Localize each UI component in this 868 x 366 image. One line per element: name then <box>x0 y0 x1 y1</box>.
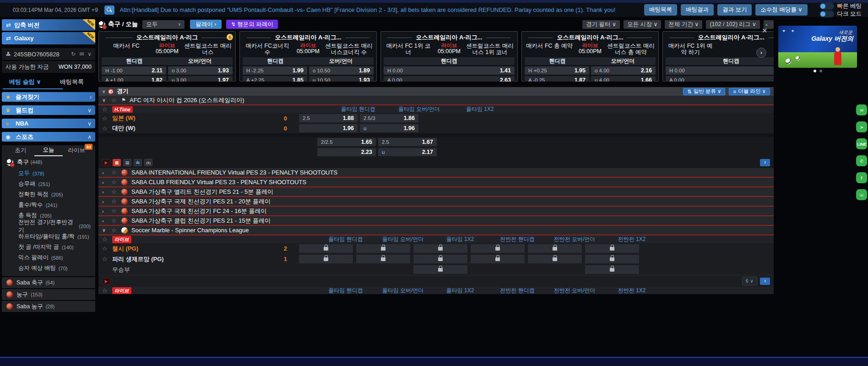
odds-cell[interactable]: o 10.501.89 <box>309 66 374 75</box>
sidebar-menu-item[interactable]: NBA ∨ <box>2 119 95 128</box>
page-count-select[interactable]: 6 ∨ <box>742 277 757 285</box>
odds-cell[interactable]: u 3.001.97 <box>168 76 233 82</box>
odds-cell[interactable]: A +1.001.82 <box>102 76 166 82</box>
league-row[interactable]: › ☆ SABA 가상축구 엘리트 친선경기 PES 21 - 5분 플레이 <box>98 187 774 197</box>
sidebar-menu-item[interactable]: 월드컵 ∨ <box>2 105 95 115</box>
chevron-down-icon[interactable]: ∨ <box>87 51 92 57</box>
league-row[interactable]: › ☆ SABA CLUB FRIENDLY Virtual PES 23 - … <box>98 178 774 187</box>
carousel-dot[interactable] <box>819 70 822 72</box>
filter-select[interactable]: 모든 시장 ∨ <box>624 20 661 29</box>
carousel-dot[interactable] <box>814 70 816 72</box>
league-row[interactable]: › ☆ SABA 가상축구 국제 친선경기 PES 21 - 20분 플레이 <box>98 197 774 207</box>
locked-odds-cell[interactable] <box>299 255 353 263</box>
topbar-button[interactable]: 결과 보기 <box>717 4 752 16</box>
odds-cell[interactable]: H 0.001.41 <box>384 66 515 75</box>
favorite-star-icon[interactable]: ☆ <box>111 97 121 104</box>
filter-select[interactable]: (102 / 102) 리그 ∨ <box>706 20 760 29</box>
search-icon[interactable] <box>104 5 114 15</box>
promo-banner[interactable]: ✦ ✦ 새로운 Galaxy 버전의 <box>778 26 857 68</box>
odds-cell[interactable]: H 0.00 <box>666 66 774 75</box>
locked-odds-cell[interactable] <box>528 244 582 253</box>
favorite-star-icon[interactable]: ☆ <box>111 179 121 186</box>
chevron-right-icon[interactable]: › <box>102 218 111 224</box>
odds-cell[interactable]: A 0.002.63 <box>384 76 515 82</box>
odds-cell[interactable]: u 10.501.93 <box>309 76 374 82</box>
odds-cell[interactable]: A -0.251.87 <box>525 76 589 82</box>
favorite-star-icon[interactable]: ☆ <box>111 227 121 234</box>
odds-cell[interactable]: u1.96 <box>360 124 418 132</box>
chevron-right-icon[interactable]: › <box>102 189 111 195</box>
social-icon[interactable]: ☏ <box>856 189 867 200</box>
favorite-star-icon[interactable]: ☆ <box>111 198 121 205</box>
play-icon[interactable]: ▶ <box>102 278 110 285</box>
market-item[interactable]: 승자 예상 배팅 (70) <box>2 263 95 273</box>
favorite-star-icon[interactable]: ☆ <box>111 217 121 224</box>
favorite-star-icon[interactable]: ☆ <box>102 106 112 113</box>
locked-odds-cell[interactable] <box>356 255 410 263</box>
market-item[interactable]: 승무패 (251) <box>2 179 95 189</box>
favorite-star-icon[interactable]: ☆ <box>111 169 121 176</box>
chevron-right-icon[interactable]: › <box>102 170 111 175</box>
tab-bet-list[interactable]: 배팅목록 <box>49 78 95 86</box>
filter-select[interactable]: 경기 필터 ∨ <box>582 20 620 29</box>
odds-cell[interactable]: 2.23 <box>317 148 376 156</box>
next-page-icon[interactable]: › <box>760 159 770 166</box>
banner-galaxy[interactable]: ⇄ Galaxy NEW <box>2 32 95 44</box>
topbar-button[interactable]: 소수점 배당률 ∨ <box>755 4 807 16</box>
locked-odds-cell[interactable] <box>471 255 525 263</box>
social-icon[interactable]: LINE <box>856 138 867 149</box>
chevron-right-icon[interactable]: › <box>102 199 111 204</box>
odds-cell[interactable]: H +0.251.95 <box>525 66 589 75</box>
odds-cell[interactable]: 2.51.88 <box>299 114 358 122</box>
league-row[interactable]: › ☆ SABA 가상축구 국제 친선경기 FC 24 - 16분 플레이 <box>98 207 774 216</box>
tab-bet-slip[interactable]: 베팅 슬립 ∨ <box>2 78 49 86</box>
lucky-parlay-button[interactable]: ↯ 행운의 파레이 <box>226 20 277 29</box>
sidebar-sport-item[interactable]: Saba 축구 (54) <box>2 277 95 288</box>
locked-odds-cell[interactable] <box>413 265 467 274</box>
odds-cell[interactable]: H -1.002.11 <box>102 66 166 75</box>
toggle-knob-icon[interactable] <box>819 3 834 10</box>
favorite-star-icon[interactable]: ☆ <box>111 208 121 214</box>
locked-odds-cell[interactable] <box>413 255 467 263</box>
topbar-button[interactable]: 배팅결과 <box>681 4 714 16</box>
toggle-knob-icon[interactable] <box>819 11 834 17</box>
topbar-button[interactable]: 배팅목록 <box>644 4 677 16</box>
chevron-down-icon[interactable]: ∨ <box>102 227 111 233</box>
social-icon[interactable]: ➤ <box>856 121 867 132</box>
chevron-down-icon[interactable]: ∨ <box>102 97 111 103</box>
market-item[interactable]: 정확한 득점 (205) <box>2 189 95 200</box>
sidebar-sport-item[interactable]: 농구 (153) <box>2 289 95 300</box>
carousel-next-icon[interactable]: › <box>756 48 766 58</box>
odds-cell[interactable]: H -2.251.99 <box>243 66 307 75</box>
list-view-icon[interactable]: ▤ <box>123 159 131 166</box>
social-icon[interactable]: ✆ <box>856 155 867 166</box>
sidebar-menu-item[interactable]: 스포츠 ∧ <box>2 132 95 142</box>
odds-cell[interactable]: 2/2.51.65 <box>317 138 376 146</box>
sports-tab[interactable]: 초기 <box>6 147 34 156</box>
social-icon[interactable]: f <box>856 172 867 183</box>
market-item[interactable]: 홀수/짝수 (241) <box>2 200 95 210</box>
sidebar-item-soccer[interactable]: 축구 (448) <box>2 156 95 168</box>
odds-cell[interactable]: o 4.002.16 <box>591 66 656 75</box>
favorite-star-icon[interactable]: ☆ <box>111 188 121 195</box>
chevron-right-icon[interactable]: › <box>102 180 111 185</box>
odds-cell[interactable]: u2.17 <box>378 148 437 156</box>
close-icon[interactable]: ✕ <box>762 27 768 35</box>
league-filter-select[interactable]: 모두 ∨ <box>142 20 184 29</box>
grid-view-icon[interactable]: ▦ <box>113 159 121 166</box>
mail-icon[interactable]: ✉ <box>79 51 84 57</box>
market-item[interactable]: 모두 (378) <box>2 168 95 179</box>
refresh-icon[interactable]: ↻ <box>71 51 76 57</box>
locked-odds-cell[interactable] <box>299 244 353 253</box>
social-icon[interactable]: ✉ <box>856 104 867 115</box>
favorite-star-icon[interactable]: ☆ <box>102 125 112 132</box>
sidebar-sport-item[interactable]: Saba 농구 (28) <box>2 301 95 312</box>
sort-mode-button[interactable]: ⇅ 일반 분류 ∨ <box>683 88 725 95</box>
odds-cell[interactable]: u 4.001.66 <box>591 76 656 82</box>
market-item[interactable]: 전반전 경기/전후반경기 (200) <box>2 221 95 231</box>
favorite-star-icon[interactable]: ☆ <box>102 115 112 122</box>
next-page-icon[interactable]: › <box>760 278 770 285</box>
locked-odds-cell[interactable] <box>528 255 582 263</box>
locked-odds-cell[interactable] <box>585 265 639 274</box>
chevron-right-icon[interactable]: › <box>102 208 111 214</box>
